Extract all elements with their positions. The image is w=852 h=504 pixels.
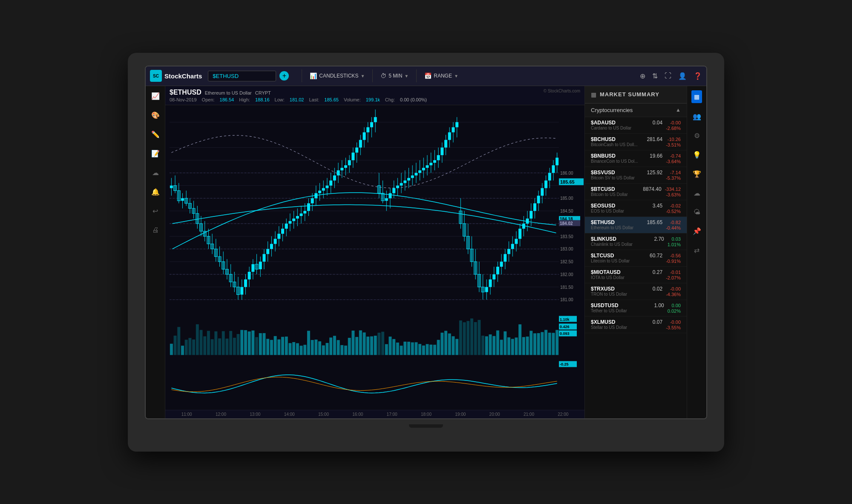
chart-body[interactable] bbox=[165, 105, 584, 410]
crypto-item-linkusd[interactable]: $LINKUSD 2.70 0.03 Chainlink to US Dolla… bbox=[585, 233, 687, 250]
crypto-name: Ethereum to US Dollar bbox=[591, 225, 647, 230]
chart-header: © StockCharts.com $ETHUSD Ethereum to US… bbox=[165, 86, 584, 105]
crypto-name: Bitcoin SV to US Dollar bbox=[591, 176, 647, 180]
help-icon[interactable]: ❓ bbox=[694, 72, 702, 80]
add-ticker-button[interactable]: + bbox=[279, 71, 289, 81]
crypto-item-bsvusd[interactable]: $BSVUSD 125.92 -7.14 Bitcoin SV to US Do… bbox=[585, 167, 687, 184]
high-label: High: bbox=[239, 97, 250, 102]
transfer-icon[interactable]: ⇄ bbox=[692, 245, 701, 256]
crypto-change-pct: -4.36% bbox=[666, 292, 681, 297]
crypto-item-eosusd[interactable]: $EOSUSD 3.45 -0.02 EOS to US Dollar -0.5… bbox=[585, 200, 687, 217]
palette-icon[interactable]: 🎨 bbox=[150, 109, 161, 121]
crypto-item-btcusd[interactable]: $BTCUSD 8874.40 -334.12 Bitcoin to US Do… bbox=[585, 184, 687, 200]
crypto-price: 3.45 bbox=[653, 203, 666, 209]
chart-type-button[interactable]: 📊 CANDLESTICKS ▼ bbox=[306, 71, 368, 81]
crypto-item-miotausd[interactable]: $MIOTAUSD 0.27 -0.01 IOTA to US Dollar -… bbox=[585, 267, 687, 283]
chg-value: 0.00 (0.00%) bbox=[400, 97, 427, 102]
crypto-item-trxusd[interactable]: $TRXUSD 0.02 -0.00 TRON to US Dollar -4.… bbox=[585, 283, 687, 300]
data-icon[interactable]: 💡 bbox=[691, 149, 703, 161]
market-summary-title: MARKET SUMMARY bbox=[600, 91, 659, 98]
crypto-price: 185.65 bbox=[647, 219, 666, 225]
crypto-item-adausd[interactable]: $ADAUSD 0.04 -0.00 Cardano to US Dollar … bbox=[585, 117, 687, 134]
crypto-symbol: $XLMUSD bbox=[591, 319, 653, 325]
crypto-change-abs: -0.00 bbox=[666, 320, 681, 325]
chart-area: © StockCharts.com $ETHUSD Ethereum to US… bbox=[165, 86, 584, 418]
crypto-change-abs: -0.56 bbox=[666, 253, 681, 258]
crypto-price: 0.07 bbox=[653, 319, 666, 325]
x-label-1100: 11:00 bbox=[170, 412, 204, 417]
collapse-icon[interactable]: ▲ bbox=[676, 107, 681, 113]
share-icon[interactable]: ↩ bbox=[151, 205, 160, 217]
crosshair-icon[interactable]: ⊕ bbox=[640, 72, 645, 80]
crypto-item-xlmusd[interactable]: $XLMUSD 0.07 -0.00 Stellar to US Dollar … bbox=[585, 317, 687, 333]
chg-label: Chg: bbox=[385, 97, 395, 102]
annotation-icon[interactable]: 📝 bbox=[150, 148, 161, 159]
crypto-price: 281.64 bbox=[647, 136, 666, 142]
user-icon[interactable]: 👤 bbox=[678, 72, 687, 80]
chart-name: Ethereum to US Dollar bbox=[205, 90, 252, 95]
ticker-input[interactable] bbox=[208, 71, 276, 81]
crypto-item-bchusd[interactable]: $BCHUSD 281.64 -10.26 BitcoinCash to US … bbox=[585, 134, 687, 150]
cloud-outline-icon[interactable]: 🌤 bbox=[692, 207, 702, 218]
crypto-price: 2.70 bbox=[654, 236, 667, 242]
crypto-symbol: $ETHUSD bbox=[591, 219, 647, 225]
crypto-item-ethusd[interactable]: $ETHUSD 185.65 -0.82 Ethereum to US Doll… bbox=[585, 217, 687, 233]
left-sidebar: 📈 🎨 ✏️ 📝 ☁ 🔔 ↩ 🖨 bbox=[146, 86, 165, 418]
bell-icon[interactable]: 🔔 bbox=[150, 186, 161, 198]
crypto-change-abs: 0.00 bbox=[668, 303, 681, 308]
crypto-change-abs: -0.00 bbox=[666, 120, 681, 125]
crypto-name: Cardano to US Dollar bbox=[591, 126, 653, 130]
crypto-symbol: $LTCUSD bbox=[591, 253, 650, 259]
crypto-name: Stellar to US Dollar bbox=[591, 325, 653, 330]
x-label-1700: 17:00 bbox=[375, 412, 409, 417]
split-icon[interactable]: ⇅ bbox=[652, 72, 658, 80]
cloud-upload-icon[interactable]: ☁ bbox=[150, 167, 161, 179]
market-summary-button[interactable]: ▦ bbox=[691, 90, 702, 103]
chevron-down-icon: ▼ bbox=[360, 74, 365, 78]
laptop-frame: SC StockCharts + 📊 CANDLESTICKS ▼ ⏱ 5 MI… bbox=[128, 53, 724, 452]
crypto-change-abs: 0.03 bbox=[668, 236, 681, 242]
pencil-icon[interactable]: ✏️ bbox=[150, 129, 161, 140]
crypto-change-abs: -0.01 bbox=[666, 270, 681, 275]
trophy-icon[interactable]: 🏆 bbox=[691, 168, 703, 180]
timeframe-button[interactable]: ⏱ 5 MIN ▼ bbox=[377, 71, 412, 81]
people-icon[interactable]: 👥 bbox=[691, 111, 703, 122]
crypto-name: BinanceCoin to US Dol... bbox=[591, 159, 650, 164]
cloud-icon[interactable]: ☁ bbox=[692, 187, 702, 199]
logo-text: StockCharts bbox=[164, 72, 202, 80]
market-summary-icon: ▦ bbox=[591, 91, 596, 98]
crypto-symbol: $BCHUSD bbox=[591, 136, 647, 142]
crypto-section-header[interactable]: Cryptocurrencies ▲ bbox=[585, 104, 687, 117]
settings-sliders-icon[interactable]: ⚙ bbox=[692, 130, 702, 141]
crypto-change-pct: -3.64% bbox=[666, 159, 681, 164]
crypto-symbol: $LINKUSD bbox=[591, 236, 654, 242]
crypto-symbol: $BSVUSD bbox=[591, 170, 647, 176]
crypto-item-bnbusd[interactable]: $BNBUSD 19.66 -0.74 BinanceCoin to US Do… bbox=[585, 150, 687, 167]
range-button[interactable]: 📅 RANGE ▼ bbox=[421, 71, 462, 81]
printer-icon[interactable]: 🖨 bbox=[150, 225, 161, 236]
crypto-change-pct: -0.44% bbox=[666, 225, 681, 230]
crypto-price: 125.92 bbox=[647, 170, 666, 176]
pin-icon[interactable]: 📌 bbox=[691, 225, 703, 237]
crypto-symbol: $USDTUSD bbox=[591, 302, 654, 308]
crypto-name: TRON to US Dollar bbox=[591, 292, 653, 297]
crypto-change-abs: -0.74 bbox=[666, 153, 681, 158]
chart-bar-icon[interactable]: 📈 bbox=[150, 90, 161, 102]
crypto-name: Litecoin to US Dollar bbox=[591, 259, 650, 263]
crypto-symbol: $ADAUSD bbox=[591, 120, 653, 126]
crypto-price: 1.00 bbox=[654, 302, 667, 308]
crypto-change-abs: -334.12 bbox=[665, 187, 681, 192]
high-value: 188.16 bbox=[255, 97, 270, 102]
crypto-name: BitcoinCash to US Doll... bbox=[591, 142, 647, 147]
crypto-change-pct: 1.01% bbox=[668, 242, 681, 247]
crypto-name: Bitcoin to US Dollar bbox=[591, 192, 643, 197]
chart-copyright: © StockCharts.com bbox=[544, 89, 580, 93]
market-summary-header: ▦ MARKET SUMMARY bbox=[585, 86, 687, 104]
fullscreen-icon[interactable]: ⛶ bbox=[665, 72, 671, 80]
vol-value: 199.1k bbox=[366, 97, 380, 102]
crypto-symbol: $BNBUSD bbox=[591, 153, 650, 159]
crypto-item-usdtusd[interactable]: $USDTUSD 1.00 0.00 Tether to US Dollar 0… bbox=[585, 300, 687, 317]
screen: SC StockCharts + 📊 CANDLESTICKS ▼ ⏱ 5 MI… bbox=[145, 66, 707, 419]
crypto-change-abs: -10.26 bbox=[666, 137, 681, 142]
crypto-item-ltcusd[interactable]: $LTCUSD 60.72 -0.56 Litecoin to US Dolla… bbox=[585, 250, 687, 267]
